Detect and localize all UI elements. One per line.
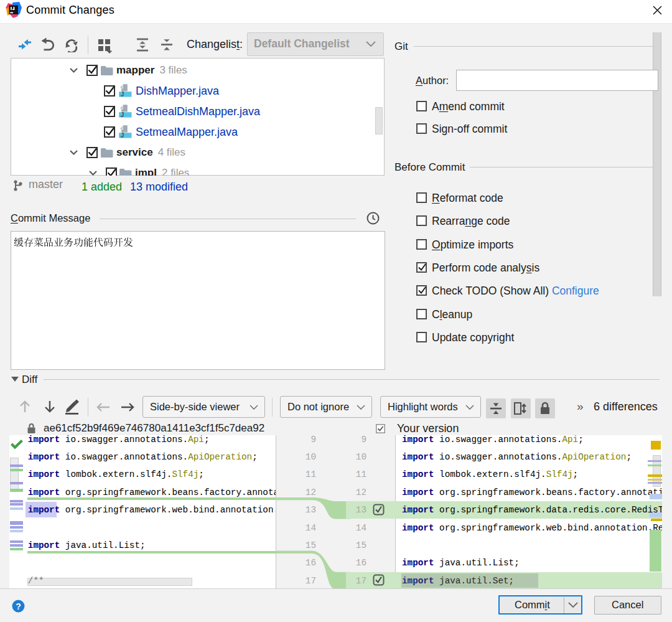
svg-text:J: J: [121, 111, 124, 118]
svg-text:J: J: [121, 132, 124, 139]
svg-text:J: J: [121, 91, 124, 98]
svg-text:?: ?: [16, 601, 21, 611]
